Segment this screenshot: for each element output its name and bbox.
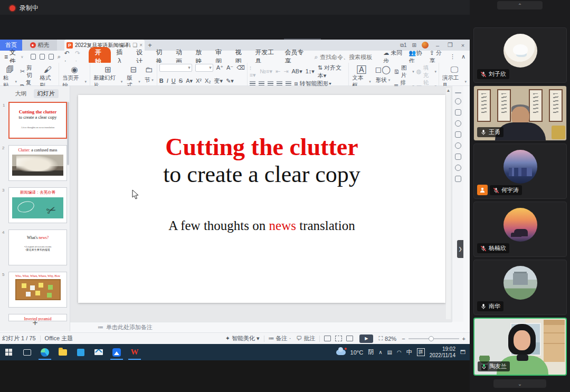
italic-button[interactable]: I bbox=[167, 78, 168, 84]
increase-font-icon[interactable]: A⁺ bbox=[216, 64, 223, 71]
play-from-page-button[interactable]: ◉ 当页开始▾ bbox=[61, 64, 88, 85]
bold-button[interactable]: B bbox=[159, 78, 164, 84]
fill-button[interactable]: ◍填充▾ bbox=[416, 64, 436, 79]
fit-slide-icon[interactable]: ⛶ bbox=[378, 335, 383, 342]
text-direction-button[interactable]: AB▾ bbox=[291, 68, 302, 75]
present-tools-button[interactable]: 🖵 演示工具▾ bbox=[441, 64, 468, 85]
reading-layout-icon[interactable] bbox=[455, 176, 461, 182]
normal-view-icon[interactable] bbox=[324, 336, 331, 341]
beautify-icon[interactable] bbox=[455, 120, 461, 127]
line-spacing-button[interactable]: 1↕▾ bbox=[306, 68, 315, 75]
notes-toggle-button[interactable]: ≔ 备注 · bbox=[269, 334, 291, 342]
strikethrough-button[interactable]: S bbox=[179, 78, 183, 84]
tab-slides[interactable]: 幻灯片 bbox=[34, 89, 59, 98]
file-explorer-icon[interactable] bbox=[54, 344, 72, 360]
zoom-level[interactable]: 82% bbox=[385, 336, 396, 342]
increase-indent-button[interactable]: ⇥ bbox=[283, 68, 288, 75]
tab-outline[interactable]: 大纲 bbox=[12, 89, 31, 98]
ime-grid-icon[interactable]: 拼 bbox=[417, 348, 425, 356]
wps-office-icon[interactable]: W bbox=[126, 344, 144, 360]
app-grid-icon[interactable]: ⊞ bbox=[412, 42, 416, 48]
notes-bar[interactable]: ≔ 单击此处添加备注 bbox=[70, 322, 452, 332]
smart-beautify-button[interactable]: ✦ 智能美化 ▾ bbox=[225, 334, 260, 342]
search-input[interactable] bbox=[320, 54, 383, 60]
paste-button[interactable]: 🗐 粘贴▾ bbox=[2, 64, 18, 85]
mail-icon[interactable] bbox=[90, 344, 108, 360]
zoom-in-button[interactable]: + bbox=[462, 336, 466, 342]
task-view-button[interactable] bbox=[18, 344, 36, 360]
scroll-up-icon[interactable]: ▲ bbox=[446, 88, 451, 93]
collapse-ribbon-icon[interactable]: ∧ bbox=[461, 53, 466, 60]
text-box-button[interactable]: 🄰 文本框▾ bbox=[351, 64, 372, 85]
ai-assistant-icon[interactable] bbox=[455, 98, 461, 104]
zoom-slider-handle[interactable] bbox=[429, 336, 434, 341]
phonetic-guide-button[interactable]: 变▾ bbox=[214, 77, 223, 85]
font-color-button[interactable]: A▾ bbox=[186, 78, 193, 84]
properties-icon[interactable] bbox=[455, 109, 461, 116]
collaborate-button[interactable]: 👥协作 bbox=[409, 49, 424, 65]
command-search[interactable]: ⌕ bbox=[314, 53, 383, 61]
save-icon[interactable] bbox=[31, 54, 36, 60]
participant-tile-speaking[interactable]: 陶友兰 bbox=[473, 318, 567, 376]
clock[interactable]: 19:02 2022/11/14 bbox=[430, 346, 455, 358]
zoom-out-button[interactable]: − bbox=[402, 336, 405, 342]
underline-button[interactable]: U bbox=[172, 78, 176, 84]
reading-view-icon[interactable] bbox=[346, 336, 353, 341]
weather-temp[interactable]: 10°C bbox=[350, 349, 364, 356]
meeting-app-icon[interactable] bbox=[108, 344, 126, 360]
decrease-font-icon[interactable]: A⁻ bbox=[226, 64, 233, 71]
navigation-icon[interactable] bbox=[455, 165, 461, 171]
collapse-sidebar-handle[interactable]: ❯ bbox=[457, 240, 463, 258]
participant-tile[interactable]: 王勇 bbox=[473, 85, 567, 141]
shape-button[interactable]: ◻◯ 形状▾ bbox=[374, 64, 392, 85]
share-button[interactable]: ⇪ 分享 bbox=[430, 49, 444, 65]
slide-thumbnail-3[interactable]: 3 新闻编译：去芜存菁 ✂ bbox=[8, 187, 67, 223]
battery-icon[interactable]: ▤ bbox=[387, 349, 392, 355]
participant-tile[interactable]: 杨楠欣 bbox=[473, 202, 567, 257]
more-menu-icon[interactable]: ⋮ bbox=[450, 53, 455, 60]
subscript-button[interactable]: X₂ bbox=[205, 78, 211, 84]
hidden-icons-chevron[interactable]: ∧ bbox=[378, 349, 382, 355]
canvas-scrollbar[interactable]: ▲ bbox=[446, 88, 451, 319]
format-painter-button[interactable]: 🖌 格式刷 bbox=[39, 64, 56, 85]
comments-button[interactable]: 🗩 批注 bbox=[296, 334, 315, 342]
align-center-icon[interactable] bbox=[259, 81, 264, 86]
slide-thumbnail-2[interactable]: 2 Clutter: a confused mass bbox=[8, 145, 67, 181]
collapse-down-button[interactable]: ⌄ bbox=[493, 379, 546, 388]
wifi-icon[interactable]: ◠ bbox=[397, 349, 402, 355]
account-avatar[interactable] bbox=[422, 42, 429, 49]
align-right-icon[interactable] bbox=[268, 81, 273, 86]
participant-tile[interactable]: 南华 bbox=[473, 260, 567, 315]
add-slide-button[interactable]: + bbox=[0, 318, 70, 328]
cut-button[interactable]: ✂剪切 bbox=[20, 64, 36, 79]
minimize-button[interactable]: – bbox=[434, 42, 441, 49]
clear-format-icon[interactable]: ⌫ bbox=[236, 64, 245, 71]
slideshow-play-button[interactable]: ▶ bbox=[359, 334, 373, 343]
layout-button[interactable]: ⊟ 版式▾ bbox=[126, 64, 141, 85]
chart-tool-icon[interactable] bbox=[455, 154, 461, 160]
undo-icon[interactable]: ↶ · bbox=[64, 50, 71, 64]
slide-thumbnail-4[interactable]: 4 What's news? •A report of recent event… bbox=[8, 230, 67, 265]
slide-thumbnail-5[interactable]: 5 Who, What, When, Where, Why, How bbox=[8, 272, 67, 308]
print-preview-icon[interactable]: ⌕ bbox=[58, 53, 61, 60]
section-button[interactable]: 🗀 节▾ bbox=[144, 64, 155, 85]
microsoft-store-icon[interactable] bbox=[72, 344, 90, 360]
drag-handle[interactable] bbox=[455, 92, 461, 93]
print-icon[interactable] bbox=[49, 54, 54, 60]
participant-tile[interactable]: 何宇涛 bbox=[473, 144, 567, 199]
window-list-icon[interactable]: ⧉1 bbox=[400, 42, 407, 49]
ime-indicator[interactable]: 中 bbox=[406, 348, 412, 356]
collapse-up-button[interactable]: ⌃ bbox=[497, 1, 543, 9]
panel-scrollbar[interactable] bbox=[67, 102, 69, 165]
picture-button[interactable]: 🖻图片▾ bbox=[394, 64, 414, 79]
font-family-combobox[interactable]: ▾ bbox=[159, 64, 192, 72]
font-size-combobox[interactable]: ▾ bbox=[195, 64, 213, 72]
redo-icon[interactable]: ↷ · bbox=[75, 50, 82, 64]
align-text-button[interactable]: ⇅ 对齐文本▾ bbox=[318, 64, 347, 80]
theme-name[interactable]: Office 主题 bbox=[45, 334, 73, 342]
sync-status[interactable]: ☁ 未同步 bbox=[383, 49, 403, 65]
superscript-button[interactable]: X² bbox=[196, 78, 202, 84]
slide-thumbnail-1[interactable]: 1 Cutting the clutter to create a clear … bbox=[8, 102, 67, 139]
align-left-icon[interactable] bbox=[250, 81, 255, 86]
weather-icon[interactable] bbox=[336, 350, 346, 355]
